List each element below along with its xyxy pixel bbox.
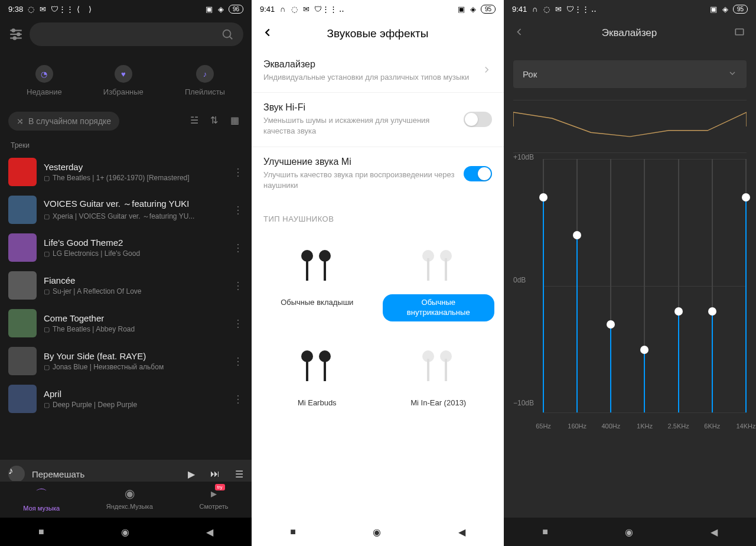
svg-point-1 (12, 29, 15, 31)
key-icon: 🛡 (566, 5, 574, 13)
more-icon[interactable]: ⋯ (232, 318, 245, 328)
headphones-icon: ∩ (278, 5, 286, 13)
headphone-grid: Обычные вкладыши Обычные внутриканальные… (252, 228, 504, 419)
filter-icon[interactable] (8, 27, 24, 42)
play-icon[interactable]: ▶ (188, 469, 195, 480)
track-row[interactable]: Yesterday The Beatles | 1+ (1962-1970) [… (0, 153, 252, 191)
disc-icon: ◉ (125, 486, 135, 500)
track-row[interactable]: April Deep Purple | Deep Purple ⋯ (0, 380, 252, 418)
freq-label: 6KHz (704, 422, 720, 430)
headphone-label: Mi Earbuds (291, 395, 344, 412)
track-row[interactable]: Life's Good Theme2 LG Electronics | Life… (0, 229, 252, 266)
headphone-option[interactable]: Обычные вкладыши (256, 228, 378, 329)
track-title: Fiancée (44, 275, 227, 285)
track-title: Yesterday (44, 162, 227, 172)
track-subtitle: The Beatles | Abbey Road (44, 325, 227, 333)
android-navbar: ■ ◉ ◀ (504, 518, 756, 546)
more-icon[interactable]: ⋯ (232, 205, 245, 214)
more-icon[interactable]: ⋯ (232, 394, 245, 404)
nav-recents-icon[interactable]: ■ (290, 526, 296, 537)
wifi-icon: ◈ (721, 5, 729, 13)
nav-recents-icon[interactable]: ■ (542, 526, 548, 537)
sort-icon[interactable]: ⇅ (210, 115, 223, 128)
nav-back-icon[interactable]: ◀ (711, 526, 718, 538)
chevron-left-icon (513, 26, 525, 38)
key-icon: 🛡 (314, 5, 322, 13)
slider-thumb[interactable] (573, 231, 581, 239)
tab-favorites[interactable]: ♥ Избранные (103, 65, 144, 96)
assistant-icon: ⋮⋮ (325, 5, 334, 13)
nav-recents-icon[interactable]: ■ (38, 526, 44, 537)
track-row[interactable]: Come Together The Beatles | Abbey Road ⋯ (0, 304, 252, 342)
nav-yandex[interactable]: ◉ Яндекс.Музыка (106, 486, 153, 512)
svg-line-7 (230, 37, 233, 40)
queue-icon[interactable]: ☱ (190, 115, 203, 128)
slider-thumb[interactable] (708, 307, 716, 316)
page-title: Звуковые эффекты (276, 27, 479, 40)
nav-home-icon[interactable]: ◉ (625, 526, 633, 538)
nav-my-music[interactable]: ⌒ Моя музыка (23, 486, 60, 512)
slider-thumb[interactable] (607, 320, 615, 329)
headphone-option[interactable]: Mi In-Ear (2013) (378, 329, 500, 419)
headphone-option[interactable]: Обычные внутриканальные (378, 228, 500, 329)
headphone-option[interactable]: Mi Earbuds (256, 329, 378, 419)
slider-thumb[interactable] (674, 307, 683, 316)
chevron-down-icon (728, 69, 737, 80)
tab-playlists[interactable]: ♪ Плейлисты (185, 65, 225, 96)
tab-recent[interactable]: ◔ Недавние (27, 65, 62, 96)
track-title: Life's Good Theme2 (44, 238, 227, 248)
eq-band-slider[interactable]: 400Hz (610, 159, 611, 413)
eq-band-slider[interactable]: 2.5KHz (678, 159, 679, 413)
shuffle-button[interactable]: ⤨ В случайном порядке (8, 112, 119, 131)
toggle-switch[interactable] (464, 166, 492, 181)
nav-back-icon[interactable]: ◀ (458, 526, 465, 538)
toggle-switch[interactable] (464, 112, 492, 127)
slider-thumb[interactable] (539, 193, 548, 202)
headphone-label: Обычные вкладыши (273, 294, 360, 311)
more-icon[interactable]: ⋯ (232, 281, 245, 290)
eq-band-slider[interactable]: 65Hz (543, 159, 544, 413)
slider-thumb[interactable] (742, 193, 750, 202)
section-tracks: Треки (0, 135, 252, 153)
setting-subtitle: Индивидуальные установки для различных т… (263, 72, 474, 83)
eq-band-slider[interactable]: 14KHz (745, 159, 747, 413)
track-title: Come Together (44, 313, 227, 323)
nav-home-icon[interactable]: ◉ (121, 526, 129, 538)
grid-icon[interactable]: ▦ (230, 115, 243, 128)
album-art (8, 158, 37, 186)
eq-sliders-area: +10dB 0dB −10dB 65Hz 160Hz 400Hz 1KHz 2.… (504, 153, 756, 437)
assistant-icon: ⋮⋮ (578, 5, 586, 13)
eq-band-slider[interactable]: 160Hz (576, 159, 578, 413)
setting-row[interactable]: Улучшение звука MiУлучшить качество звук… (252, 147, 504, 200)
more-icon[interactable]: ⋯ (232, 356, 245, 366)
more-icon[interactable]: ⋯ (232, 167, 245, 177)
setting-subtitle: Улучшить качество звука при воспроизведе… (263, 170, 457, 191)
nav-home-icon[interactable]: ◉ (373, 526, 381, 538)
status-bar: 9:41 ∩ ◌ ✉ 🛡 ⋮⋮ ‥ ▣ ◈ 95 (252, 0, 504, 18)
preset-dropdown[interactable]: Рок (513, 60, 747, 88)
svg-point-3 (17, 33, 19, 35)
queue-icon[interactable]: ☰ (235, 469, 243, 480)
search-input[interactable] (30, 22, 243, 46)
eq-band-slider[interactable]: 1KHz (644, 159, 645, 413)
freq-label: 2.5KHz (668, 422, 689, 430)
back-button[interactable] (513, 26, 525, 40)
setting-row[interactable]: Звук Hi-FiУменьшить шумы и искажения для… (252, 93, 504, 147)
next-icon[interactable]: ⏭ (210, 469, 220, 479)
mail-icon: ✉ (554, 5, 562, 13)
track-row[interactable]: Fiancée Su-jer | A Reflection Of Love ⋯ (0, 266, 252, 304)
track-subtitle: Xperia | VOICES Guitar ver. ～featuring Y… (44, 212, 227, 222)
eq-band-slider[interactable]: 6KHz (712, 159, 713, 413)
more-icon[interactable]: ⋯ (232, 243, 245, 252)
slider-thumb[interactable] (640, 346, 649, 354)
track-row[interactable]: By Your Side (feat. RAYE) Jonas Blue | Н… (0, 342, 252, 380)
aspect-icon[interactable] (734, 26, 747, 40)
album-art (8, 347, 37, 375)
mail-icon: ✉ (38, 5, 47, 13)
nav-watch[interactable]: try ▸ Смотреть (200, 486, 229, 512)
nav-back-icon[interactable]: ◀ (206, 526, 213, 538)
track-row[interactable]: VOICES Guitar ver. ～featuring YUKI Xperi… (0, 191, 252, 229)
setting-row[interactable]: ЭквалайзерИндивидуальные установки для р… (252, 50, 504, 93)
telegram-icon: ⟩ (86, 5, 94, 13)
back-button[interactable] (261, 26, 276, 41)
